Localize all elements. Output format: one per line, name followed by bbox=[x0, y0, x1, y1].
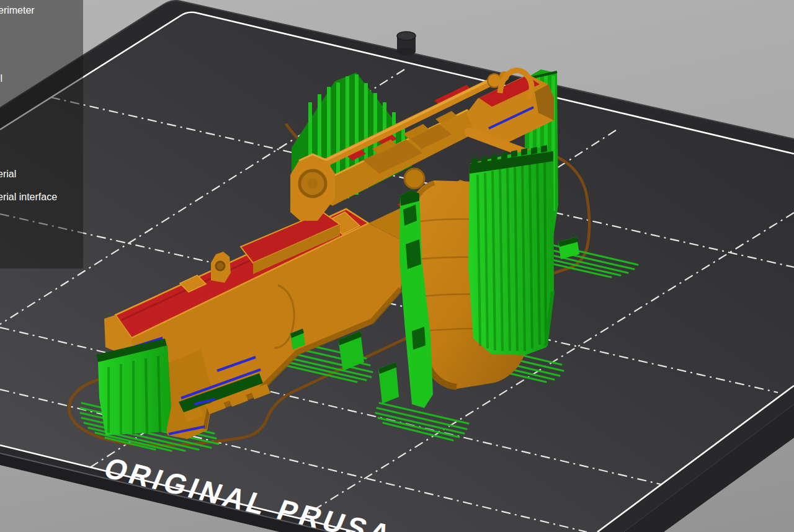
support-pillar-right bbox=[468, 145, 554, 355]
legend-panel: erimeter ll erial erial interface bbox=[0, 0, 83, 268]
bed-knob-top bbox=[397, 32, 416, 40]
legend-item-perimeter[interactable]: erimeter bbox=[0, 4, 35, 16]
slicer-3d-viewport[interactable]: erimeter ll erial erial interface ORIGIN… bbox=[0, 0, 794, 532]
bed-knob bbox=[397, 32, 416, 55]
support-stock-block bbox=[96, 339, 171, 435]
sight-post-hole bbox=[216, 262, 225, 270]
support-pillar-body bbox=[468, 147, 554, 355]
bed-knob-base bbox=[397, 48, 416, 55]
drum-hub bbox=[404, 169, 424, 188]
legend-item-infill[interactable]: ll bbox=[0, 73, 2, 84]
sight-tower-hole bbox=[307, 178, 318, 189]
legend-item-support-material[interactable]: erial bbox=[0, 168, 16, 180]
legend-item-support-material-interface[interactable]: erial interface bbox=[0, 191, 57, 203]
